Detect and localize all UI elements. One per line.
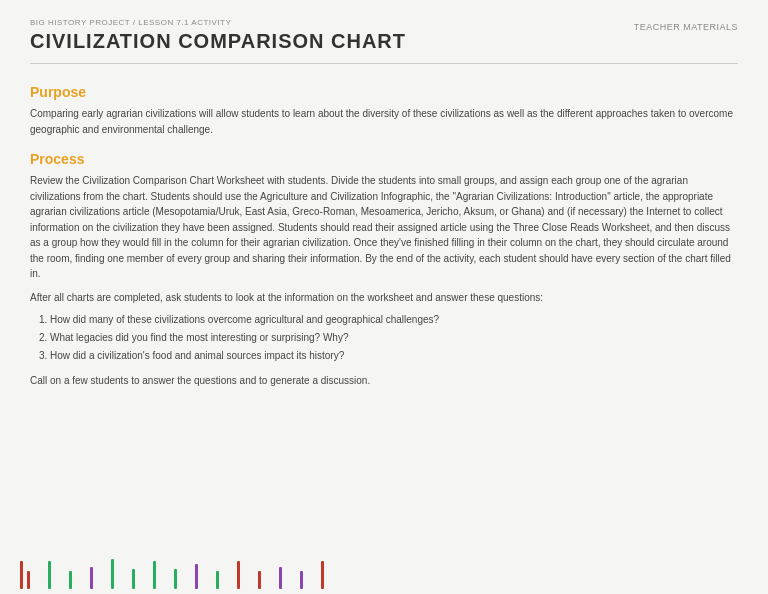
purpose-text: Comparing early agrarian civilizations w… xyxy=(30,106,738,137)
footer-bar xyxy=(111,559,114,589)
questions-list: How did many of these civilizations over… xyxy=(50,311,738,365)
header-left: BIG HISTORY PROJECT / LESSON 7.1 ACTIVIT… xyxy=(30,18,406,53)
footer-bar xyxy=(27,571,30,589)
footer-bar xyxy=(153,561,156,589)
conclusion-text: Call on a few students to answer the que… xyxy=(30,373,738,389)
footer-decoration xyxy=(0,554,768,594)
process-title: Process xyxy=(30,151,738,167)
question-2: What legacies did you find the most inte… xyxy=(50,329,738,347)
question-3: How did a civilization's food and animal… xyxy=(50,347,738,365)
footer-bar xyxy=(20,561,23,589)
footer-bar xyxy=(216,571,219,589)
footer-bar xyxy=(279,567,282,589)
questions-intro: After all charts are completed, ask stud… xyxy=(30,290,738,306)
footer-bar xyxy=(237,561,240,589)
footer-bar xyxy=(69,571,72,589)
page: BIG HISTORY PROJECT / LESSON 7.1 ACTIVIT… xyxy=(0,0,768,594)
footer-bar xyxy=(300,571,303,589)
breadcrumb: BIG HISTORY PROJECT / LESSON 7.1 ACTIVIT… xyxy=(30,18,406,27)
footer-bar xyxy=(48,561,51,589)
header: BIG HISTORY PROJECT / LESSON 7.1 ACTIVIT… xyxy=(0,0,768,63)
page-title: CIVILIZATION COMPARISON CHART xyxy=(30,30,406,53)
main-content: Purpose Comparing early agrarian civiliz… xyxy=(0,64,768,409)
footer-bar xyxy=(258,571,261,589)
footer-bar xyxy=(174,569,177,589)
question-1: How did many of these civilizations over… xyxy=(50,311,738,329)
purpose-title: Purpose xyxy=(30,84,738,100)
footer-bar xyxy=(90,567,93,589)
footer-bar xyxy=(321,561,324,589)
process-paragraph1: Review the Civilization Comparison Chart… xyxy=(30,173,738,282)
footer-bar xyxy=(195,564,198,589)
teacher-materials-label: TEACHER MATERIALS xyxy=(634,22,738,32)
footer-bar xyxy=(132,569,135,589)
